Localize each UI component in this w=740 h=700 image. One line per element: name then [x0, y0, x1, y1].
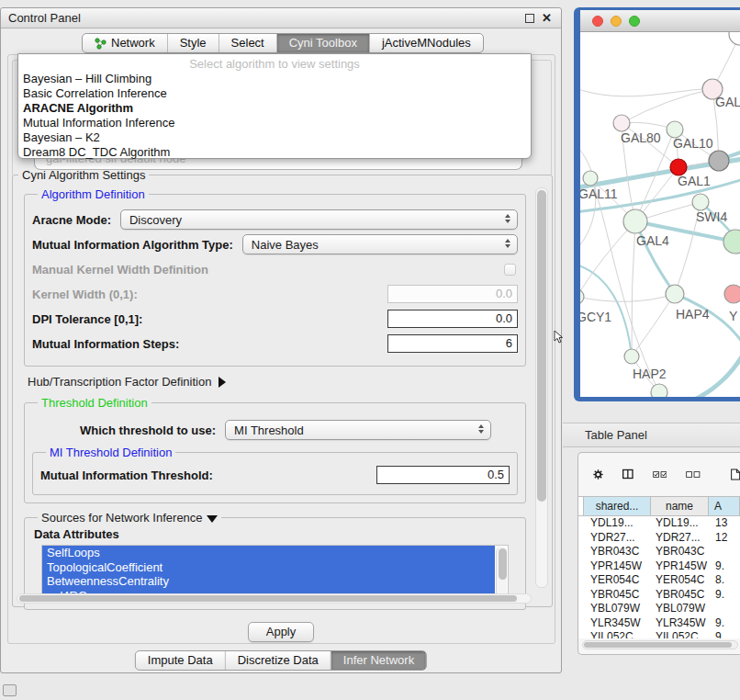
node-bottom[interactable]: [651, 384, 667, 397]
network-icon: [95, 38, 107, 50]
settings-horizontal-scrollbar[interactable]: [17, 593, 532, 604]
zoom-traffic-light-icon[interactable]: [629, 16, 640, 27]
aracne-mode-combo[interactable]: Discovery: [120, 209, 518, 230]
dropdown-placeholder-item[interactable]: Select algorithm to view settings: [18, 56, 531, 72]
mi-type-label: Mutual Information Algorithm Type:: [32, 238, 233, 252]
dropdown-item-selected[interactable]: ARACNE Algorithm: [18, 101, 531, 116]
threshold-definition-group: Threshold Definition Which threshold to …: [24, 396, 526, 503]
node-gal11[interactable]: [583, 171, 598, 186]
network-canvas[interactable]: GAL GAL80 GAL10 GAL1 GAL11 SWI4 GAL4 GCY…: [580, 32, 740, 397]
control-panel-window: Control Panel ✕ Network: [0, 7, 562, 673]
node-hap2[interactable]: [624, 349, 639, 364]
dropdown-item[interactable]: Mutual Information Inference: [18, 116, 531, 130]
sources-title[interactable]: Sources for Network Inference: [38, 511, 221, 525]
node-swi4[interactable]: [692, 194, 709, 210]
node-unlabeled-top[interactable]: [729, 32, 740, 45]
column-header-clipped[interactable]: A: [709, 497, 740, 515]
node-label: GAL4: [636, 233, 669, 248]
node-table: shared... name A YDL19...YDL19...13 YDR2…: [578, 496, 740, 654]
mi-steps-label: Mutual Information Steps:: [32, 337, 179, 351]
panel-title: Control Panel: [1, 11, 81, 25]
node-label: HAP4: [676, 307, 710, 322]
manual-kernel-checkbox: [504, 264, 516, 276]
node-gal4[interactable]: [623, 209, 647, 233]
node-label: GAL11: [580, 186, 618, 201]
tab-style[interactable]: Style: [167, 34, 219, 52]
list-item[interactable]: TopologicalCoefficient: [42, 560, 495, 575]
control-panel-tabs: Network Style Select Cyni Toolbox jActiv…: [82, 33, 484, 53]
table-body: YDL19...YDL19...13 YDR27...YDR27...12 YB…: [578, 516, 740, 638]
document-icon[interactable]: [731, 466, 740, 483]
table-toolbar: [578, 453, 740, 495]
which-threshold-combo[interactable]: MI Threshold: [225, 420, 491, 440]
dropdown-item[interactable]: Basic Correlation Inference: [18, 86, 531, 101]
cyni-mode-tabs: Impute Data Discretize Data Infer Networ…: [135, 650, 427, 671]
node-gal80[interactable]: [613, 115, 630, 131]
mi-threshold-field[interactable]: 0.5: [376, 466, 510, 484]
table-row[interactable]: YBR043CYBR043C: [578, 545, 740, 559]
table-row[interactable]: YBL079WYBL079W: [578, 602, 740, 616]
minimized-panel-icon[interactable]: [3, 684, 17, 696]
table-row[interactable]: YPR145WYPR145W9.: [578, 559, 740, 574]
column-header-name[interactable]: name: [651, 497, 709, 515]
tab-network[interactable]: Network: [83, 34, 167, 52]
table-row[interactable]: YLR345WYLR345W9.: [578, 616, 740, 631]
threshold-definition-title: Threshold Definition: [38, 396, 151, 410]
hub-definition-expander[interactable]: Hub/Transcription Factor Definition: [28, 375, 530, 389]
table-row[interactable]: YDR27...YDR27...12: [578, 531, 740, 546]
node-gray[interactable]: [709, 151, 729, 171]
close-icon[interactable]: ✕: [542, 14, 552, 23]
tab-select[interactable]: Select: [219, 34, 276, 52]
settings-group-title: Cyni Algorithm Settings: [18, 168, 149, 182]
close-traffic-light-icon[interactable]: [592, 16, 603, 27]
dropdown-item[interactable]: Bayesian – Hill Climbing: [18, 72, 531, 86]
mi-algorithm-type-combo[interactable]: Naive Bayes: [242, 234, 518, 254]
column-header-shared-name[interactable]: shared...: [584, 497, 651, 515]
tab-cyni-toolbox[interactable]: Cyni Toolbox: [276, 34, 369, 52]
dropdown-item[interactable]: Bayesian – K2: [18, 130, 531, 145]
dpi-tolerance-label: DPI Tolerance [0,1]:: [32, 312, 142, 326]
table-header-row: shared... name A: [578, 496, 740, 516]
table-row[interactable]: YER054CYER054C8.: [578, 573, 740, 588]
node-label: GAL80: [621, 130, 661, 145]
list-item[interactable]: SelfLoops: [42, 546, 495, 560]
kernel-width-field: 0.0: [387, 285, 518, 303]
tab-jactivemnodules[interactable]: jActiveMNodules: [369, 34, 483, 52]
node-label: GCY1: [580, 310, 611, 324]
node-salmon[interactable]: [724, 285, 740, 303]
kernel-width-label: Kernel Width (0,1):: [32, 288, 138, 301]
dpi-tolerance-field[interactable]: 0.0: [387, 310, 518, 328]
node-label: SWI4: [696, 209, 727, 224]
mi-steps-field[interactable]: 6: [387, 334, 518, 353]
table-row[interactable]: YBR045CYBR045C9.: [578, 588, 740, 603]
apply-button[interactable]: Apply: [248, 622, 314, 642]
node-right-green[interactable]: [723, 230, 740, 254]
table-horizontal-scrollbar[interactable]: [582, 640, 738, 649]
node-hap4[interactable]: [666, 285, 684, 303]
network-window-titlebar[interactable]: [580, 10, 740, 32]
dropdown-item[interactable]: Dream8 DC_TDC Algorithm: [18, 145, 531, 160]
node-gcy1[interactable]: [580, 289, 584, 304]
which-threshold-label: Which threshold to use:: [80, 423, 216, 437]
list-item[interactable]: BetweennessCentrality: [42, 574, 495, 589]
network-view-window: GAL GAL80 GAL10 GAL1 GAL11 SWI4 GAL4 GCY…: [574, 7, 740, 401]
minimize-traffic-light-icon[interactable]: [611, 16, 622, 27]
tab-impute-data[interactable]: Impute Data: [136, 651, 225, 670]
table-row[interactable]: YIL052CYIL052C9.: [578, 630, 740, 638]
mi-threshold-definition-title: MI Threshold Definition: [46, 446, 175, 459]
data-attributes-label: Data Attributes: [34, 527, 518, 541]
application-root: Control Panel ✕ Network: [0, 0, 740, 700]
gear-icon[interactable]: [593, 467, 603, 482]
node-label: Y: [729, 309, 738, 323]
algorithm-definition-group: Algorithm Definition Aracne Mode: Discov…: [24, 187, 526, 367]
node-label: HAP2: [633, 367, 667, 381]
settings-vertical-scrollbar[interactable]: [535, 187, 548, 588]
node-label: GAL10: [673, 136, 713, 151]
deselect-all-checkboxes-icon[interactable]: [686, 469, 701, 480]
split-columns-icon[interactable]: [622, 467, 633, 481]
tab-infer-network[interactable]: Infer Network: [331, 651, 426, 670]
tab-discretize-data[interactable]: Discretize Data: [225, 651, 331, 670]
select-all-checkboxes-icon[interactable]: [653, 469, 667, 480]
table-row[interactable]: YDL19...YDL19...13: [578, 516, 740, 531]
float-window-icon[interactable]: [525, 14, 534, 23]
